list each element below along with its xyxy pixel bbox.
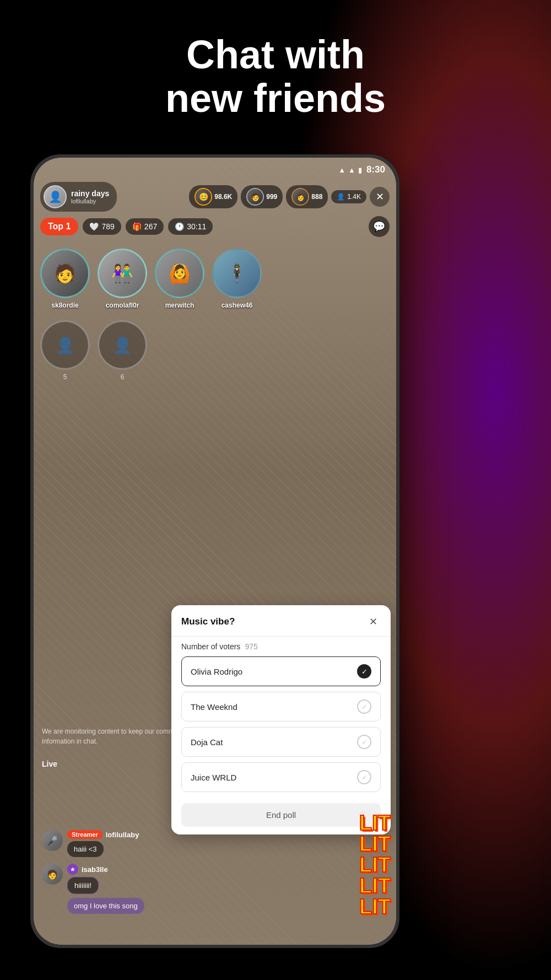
lit-text-4: LIT bbox=[359, 875, 391, 896]
second-place-container: 🧑 999 bbox=[241, 185, 283, 208]
first-place-badge[interactable]: 😊 98.6K bbox=[189, 185, 237, 208]
poll-check-2: ✓ bbox=[357, 699, 371, 714]
spot-1[interactable]: 🧑 sk8ordie bbox=[40, 249, 90, 309]
second-place-img: 🧑 bbox=[247, 189, 263, 204]
status-icons: ▲ ▲ ▮ bbox=[338, 166, 362, 174]
poll-option-1[interactable]: Olivia Rodrigo ✓ bbox=[181, 656, 381, 686]
status-time: 8:30 bbox=[366, 164, 385, 175]
chat-bubble-1: haiii <3 bbox=[67, 841, 104, 857]
second-place-avatar: 🧑 bbox=[246, 188, 264, 206]
spot-4-avatar: 🕴 bbox=[212, 249, 262, 298]
first-place-container: 😊 98.6K bbox=[189, 185, 237, 208]
spot-4[interactable]: 🕴 cashew46 bbox=[212, 249, 262, 309]
streamer-handle: lofilullaby bbox=[71, 198, 109, 204]
timer-count: 30:11 bbox=[187, 222, 206, 231]
chat-bubble-3: omg I love this song bbox=[67, 898, 144, 914]
streamer-info[interactable]: 👤 rainy days lofilullaby bbox=[40, 182, 117, 212]
spot-5[interactable]: 👤 5 bbox=[40, 320, 90, 381]
spot-6[interactable]: 👤 6 bbox=[98, 320, 147, 381]
poll-options: Olivia Rodrigo ✓ The Weeknd ✓ Doja Cat ✓… bbox=[171, 656, 391, 792]
clock-icon: 🕐 bbox=[175, 222, 184, 231]
heart-icon: 🤍 bbox=[89, 222, 99, 231]
spot-6-num: 6 bbox=[121, 373, 125, 381]
second-place-badge[interactable]: 🧑 999 bbox=[241, 185, 283, 208]
phone-frame: ▲ ▲ ▮ 8:30 👤 rainy days lofilullaby bbox=[30, 154, 399, 948]
streamer-display-name: rainy days bbox=[71, 189, 109, 198]
purple-star-icon: ★ bbox=[67, 864, 78, 875]
spot-3[interactable]: 🙆 merwitch bbox=[155, 249, 204, 309]
poll-option-4-label: Juice WRLD bbox=[191, 773, 236, 782]
streamer-avatar: 👤 bbox=[44, 185, 67, 208]
live-label: Live bbox=[42, 760, 57, 768]
viewers-badge: 👤 1.4K bbox=[331, 190, 366, 203]
third-place-badge[interactable]: 👩 888 bbox=[286, 185, 328, 208]
poll-title: Music vibe? bbox=[181, 616, 235, 627]
chat-content-2: ★ isab3lle hiiiiiii! bbox=[67, 864, 388, 894]
spot-1-name: sk8ordie bbox=[51, 301, 78, 309]
close-button[interactable]: ✕ bbox=[370, 187, 390, 207]
poll-modal: Music vibe? ✕ Number of voters 975 Olivi… bbox=[171, 605, 391, 834]
chat-area: 🎤 Streamer lofilullaby haiii <3 🧑 ★ isab… bbox=[42, 830, 388, 917]
gift-icon: 🎁 bbox=[132, 222, 142, 231]
poll-option-2[interactable]: The Weeknd ✓ bbox=[181, 692, 381, 721]
first-place-avatar: 😊 bbox=[195, 188, 212, 206]
viewers-count: 1.4K bbox=[347, 193, 361, 201]
top-rank-text: Top 1 bbox=[48, 222, 71, 231]
gifts-count: 267 bbox=[144, 222, 157, 231]
chat-avatar-1: 🎤 bbox=[42, 830, 63, 851]
spot-5-avatar: 👤 bbox=[40, 320, 90, 370]
empty-person-icon: 👤 bbox=[56, 336, 75, 354]
hearts-stat: 🤍 789 bbox=[83, 218, 121, 235]
spot-5-num: 5 bbox=[63, 373, 67, 381]
poll-option-4[interactable]: Juice WRLD ✓ bbox=[181, 762, 381, 792]
spot-3-avatar: 🙆 bbox=[155, 249, 204, 298]
first-place-img: 😊 bbox=[196, 189, 211, 204]
chat-message-2: 🧑 ★ isab3lle hiiiiiii! bbox=[42, 864, 388, 894]
user-spots-row1: 🧑 sk8ordie 👫 comolafl0r 🙆 merwitch 🕴 bbox=[40, 249, 390, 309]
poll-header: Music vibe? ✕ bbox=[171, 605, 391, 637]
lit-text-1: LIT bbox=[359, 812, 391, 833]
spot-3-name: merwitch bbox=[165, 301, 195, 309]
voters-label: Number of voters bbox=[181, 642, 240, 651]
battery-icon: ▮ bbox=[358, 166, 362, 174]
spot-2-avatar: 👫 bbox=[98, 249, 147, 298]
third-place-img: 👩 bbox=[293, 189, 308, 204]
lit-text-5: LIT bbox=[359, 896, 391, 917]
third-place-container: 👩 888 bbox=[286, 185, 328, 208]
poll-check-3: ✓ bbox=[357, 735, 371, 749]
first-place-count: 98.6K bbox=[214, 193, 232, 201]
poll-close-button[interactable]: ✕ bbox=[365, 614, 381, 629]
wifi-icon: ▲ bbox=[338, 166, 345, 174]
live-text: Live bbox=[42, 760, 57, 768]
leaderboard-badges: 😊 98.6K 🧑 999 bbox=[189, 185, 390, 208]
poll-option-3-label: Doja Cat bbox=[191, 737, 223, 747]
streamer-names: rainy days lofilullaby bbox=[71, 189, 109, 204]
poll-option-1-label: Olivia Rodrigo bbox=[191, 667, 242, 676]
chat-toggle-button[interactable]: 💬 bbox=[369, 216, 390, 237]
end-poll-button[interactable]: End poll bbox=[181, 803, 381, 827]
chat-username-1: lofilullaby bbox=[106, 831, 139, 839]
empty-person-icon-2: 👤 bbox=[113, 336, 132, 354]
lit-text-2: LIT bbox=[359, 833, 391, 854]
timer-stat: 🕐 30:11 bbox=[168, 218, 213, 235]
top-bar: 👤 rainy days lofilullaby 😊 98.6K bbox=[40, 182, 390, 212]
person-icon: 👤 bbox=[337, 193, 345, 201]
chat-message-3: omg I love this song bbox=[42, 901, 388, 911]
user-spots-row2: 👤 5 👤 6 bbox=[40, 320, 147, 381]
third-place-avatar: 👩 bbox=[291, 188, 309, 206]
second-place-count: 999 bbox=[266, 193, 277, 201]
spot-4-name: cashew46 bbox=[222, 301, 253, 309]
spot-2-name: comolafl0r bbox=[106, 301, 139, 309]
spot-1-avatar: 🧑 bbox=[40, 249, 90, 298]
voters-count: 975 bbox=[245, 642, 257, 651]
chat-bubble-2: hiiiiiii! bbox=[67, 877, 99, 894]
poll-check-1: ✓ bbox=[357, 664, 371, 679]
chat-header-2: ★ isab3lle bbox=[67, 864, 388, 875]
third-place-count: 888 bbox=[311, 193, 322, 201]
spot-2[interactable]: 👫 comolafl0r bbox=[98, 249, 147, 309]
poll-option-3[interactable]: Doja Cat ✓ bbox=[181, 727, 381, 757]
lit-sticker: LIT LIT LIT LIT LIT bbox=[359, 812, 391, 917]
poll-option-2-label: The Weeknd bbox=[191, 702, 237, 712]
hero-title: Chat withnew friends bbox=[0, 33, 551, 120]
poll-voters: Number of voters 975 bbox=[171, 637, 391, 656]
